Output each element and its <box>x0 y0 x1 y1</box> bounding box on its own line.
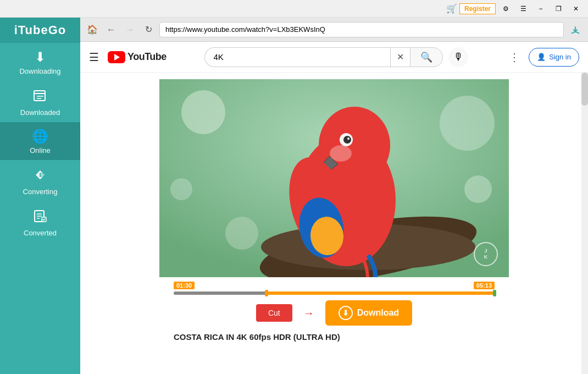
sidebar-item-converting[interactable]: Converting <box>0 160 80 201</box>
youtube-header: ☰ YouTube ✕ 🔍 🎙 ⋮ 👤 Sign in <box>80 42 588 73</box>
yt-menu-icon[interactable]: ☰ <box>89 51 99 64</box>
sidebar-item-downloaded[interactable]: Downloaded <box>0 81 80 122</box>
settings-button[interactable]: ⚙ <box>498 3 513 15</box>
sidebar-item-downloading-label: Downloading <box>19 67 60 75</box>
sidebar-item-online[interactable]: 🌐 Online <box>0 122 80 160</box>
downloading-icon: ⬇ <box>35 51 46 64</box>
menu-button[interactable]: ☰ <box>515 3 531 15</box>
svg-point-10 <box>181 90 225 134</box>
minimize-button[interactable]: − <box>533 3 548 15</box>
timeline-track[interactable] <box>174 292 495 295</box>
app-logo: iTubeGo <box>0 18 80 43</box>
yt-search-button[interactable]: 🔍 <box>410 47 443 67</box>
yt-signin-button[interactable]: 👤 Sign in <box>529 48 579 67</box>
youtube-logo[interactable]: YouTube <box>108 51 167 63</box>
sidebar-item-converted-label: Converted <box>24 229 57 237</box>
register-button[interactable]: Register <box>459 3 496 14</box>
action-bar: Cut → ⬇ Download <box>80 295 588 330</box>
svg-point-15 <box>170 178 192 200</box>
page-download-icon[interactable] <box>567 22 584 37</box>
sidebar-item-downloading[interactable]: ⬇ Downloading <box>0 43 80 81</box>
time-start-badge: 01:30 <box>174 282 195 289</box>
arrow-icon: → <box>303 307 314 320</box>
downloaded-icon <box>33 89 47 105</box>
yt-play-icon <box>108 51 125 63</box>
download-btn-label: Download <box>357 308 399 318</box>
sidebar-item-online-label: Online <box>30 146 51 155</box>
yt-search-container: ✕ 🔍 🎙 <box>204 47 468 67</box>
svg-point-26 <box>330 145 352 162</box>
yt-signin-label: Sign in <box>549 53 571 61</box>
close-button[interactable]: ✕ <box>568 3 584 15</box>
cut-button[interactable]: Cut <box>256 304 292 322</box>
yt-logo-text: YouTube <box>127 51 167 63</box>
cart-icon[interactable]: 🛒 <box>446 3 457 14</box>
main-content: 🏠 ← → ↻ ☰ YouTube <box>80 18 588 374</box>
video-container: J K <box>159 79 509 277</box>
nav-bar: 🏠 ← → ↻ <box>80 18 588 42</box>
online-icon: 🌐 <box>32 130 48 143</box>
video-watermark: J K <box>474 242 498 266</box>
home-button[interactable]: 🏠 <box>85 22 100 37</box>
yt-signin-icon: 👤 <box>537 53 546 61</box>
title-bar: 🛒 Register ⚙ ☰ − ❐ ✕ <box>0 0 588 18</box>
sidebar-item-converting-label: Converting <box>23 188 58 196</box>
restore-button[interactable]: ❐ <box>551 3 566 15</box>
yt-mic-button[interactable]: 🎙 <box>448 47 468 67</box>
back-button[interactable]: ← <box>103 22 119 37</box>
video-area: J K 01:30 05:13 <box>80 73 588 374</box>
svg-point-14 <box>464 175 492 203</box>
video-thumbnail[interactable]: J K <box>159 79 509 277</box>
yt-search-input[interactable] <box>204 47 390 67</box>
sidebar-item-converted[interactable]: Converted <box>0 201 80 243</box>
refresh-button[interactable]: ↻ <box>141 22 156 37</box>
yt-header-right: ⋮ 👤 Sign in <box>506 48 579 67</box>
url-input[interactable] <box>159 22 564 37</box>
svg-point-11 <box>440 96 495 151</box>
timeline-thumb-right[interactable] <box>493 290 496 296</box>
yt-search-clear-button[interactable]: ✕ <box>390 47 410 67</box>
svg-rect-0 <box>34 91 45 101</box>
app-body: iTubeGo ⬇ Downloading Downloaded 🌐 Onlin… <box>0 18 588 374</box>
scrollbar[interactable] <box>581 73 588 374</box>
forward-button[interactable]: → <box>122 22 137 37</box>
time-end-badge: 05:13 <box>474 282 495 289</box>
download-btn-icon: ⬇ <box>339 306 353 320</box>
sidebar: iTubeGo ⬇ Downloading Downloaded 🌐 Onlin… <box>0 18 80 374</box>
watermark-line2: K <box>484 254 488 260</box>
timeline-progress <box>174 292 267 295</box>
svg-point-13 <box>225 217 258 250</box>
scrollbar-thumb[interactable] <box>581 73 588 106</box>
timeline-area: 01:30 05:13 <box>80 282 588 295</box>
sidebar-item-downloaded-label: Downloaded <box>20 108 60 117</box>
converted-icon <box>33 209 47 226</box>
download-button[interactable]: ⬇ Download <box>325 300 412 326</box>
watermark-line1: J <box>484 248 487 254</box>
timeline-timestamps: 01:30 05:13 <box>174 282 495 289</box>
svg-point-22 <box>347 138 350 140</box>
browser-content: ☰ YouTube ✕ 🔍 🎙 ⋮ 👤 Sign in <box>80 42 588 374</box>
svg-point-21 <box>343 136 351 144</box>
timeline-thumb-left[interactable] <box>265 290 268 296</box>
converting-icon <box>33 168 47 184</box>
timeline-active <box>267 292 495 295</box>
video-title: COSTA RICA IN 4K 60fps HDR (ULTRA HD) <box>80 330 588 348</box>
yt-more-button[interactable]: ⋮ <box>506 48 523 66</box>
